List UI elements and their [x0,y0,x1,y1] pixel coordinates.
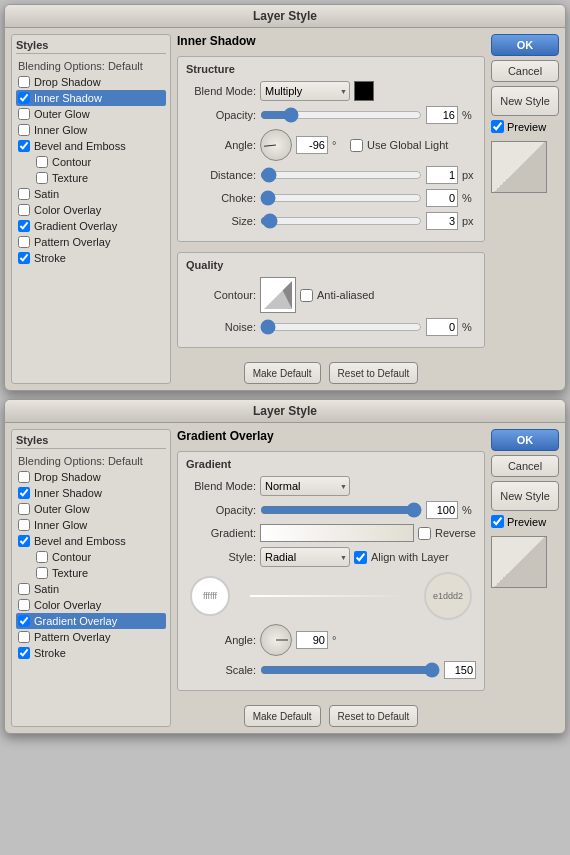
style-checkbox-6[interactable] [36,551,48,563]
reset-to-default-button-1[interactable]: Reset to Default [329,362,419,384]
new-style-button-1[interactable]: New Style [491,86,559,116]
angle-dial-2[interactable] [260,624,292,656]
reverse-checkbox[interactable] [418,527,431,540]
style-checkbox-1[interactable] [18,76,30,88]
ok-button-2[interactable]: OK [491,429,559,451]
opacity-value-input-2[interactable] [426,501,458,519]
style-item-2[interactable]: Inner Shadow [16,485,166,501]
style-checkbox-10[interactable] [18,220,30,232]
style-item-8[interactable]: Satin [16,581,166,597]
style-checkbox-9[interactable] [18,204,30,216]
contour-preview[interactable] [260,277,296,313]
style-checkbox-2[interactable] [18,487,30,499]
style-item-11[interactable]: Pattern Overlay [16,234,166,250]
cancel-button-2[interactable]: Cancel [491,455,559,477]
style-item-3[interactable]: Outer Glow [16,501,166,517]
size-value-input[interactable] [426,212,458,230]
style-checkbox-4[interactable] [18,124,30,136]
style-checkbox-6[interactable] [36,156,48,168]
style-checkbox-3[interactable] [18,108,30,120]
style-item-0[interactable]: Blending Options: Default [16,453,166,469]
style-checkbox-5[interactable] [18,140,30,152]
style-checkbox-1[interactable] [18,471,30,483]
global-light-row: Use Global Light [350,139,448,152]
style-checkbox-9[interactable] [18,599,30,611]
style-label: Style: [186,551,256,563]
blend-mode-select[interactable]: Multiply Normal Screen [260,81,350,101]
style-item-10[interactable]: Gradient Overlay [16,613,166,629]
distance-value-input[interactable] [426,166,458,184]
angle-value-input[interactable] [296,136,328,154]
style-checkbox-12[interactable] [18,647,30,659]
choke-slider[interactable] [260,191,422,205]
distance-slider[interactable] [260,168,422,182]
style-item-9[interactable]: Color Overlay [16,202,166,218]
style-item-7[interactable]: Texture [16,170,166,186]
style-item-7[interactable]: Texture [16,565,166,581]
opacity-slider[interactable] [260,108,422,122]
scale-slider[interactable] [260,663,440,677]
choke-value-input[interactable] [426,189,458,207]
style-checkbox-2[interactable] [18,92,30,104]
anti-aliased-checkbox[interactable] [300,289,313,302]
style-checkbox-3[interactable] [18,503,30,515]
style-checkbox-7[interactable] [36,172,48,184]
style-item-4[interactable]: Inner Glow [16,122,166,138]
style-item-9[interactable]: Color Overlay [16,597,166,613]
style-checkbox-8[interactable] [18,188,30,200]
align-layer-label: Align with Layer [371,551,449,563]
distance-slider-container: px [260,166,476,184]
angle-dial[interactable] [260,129,292,161]
style-checkbox-12[interactable] [18,252,30,264]
style-item-5[interactable]: Bevel and Emboss [16,138,166,154]
style-item-8[interactable]: Satin [16,186,166,202]
cancel-button-1[interactable]: Cancel [491,60,559,82]
size-slider[interactable] [260,214,422,228]
style-item-11[interactable]: Pattern Overlay [16,629,166,645]
blend-color-swatch[interactable] [354,81,374,101]
style-item-6[interactable]: Contour [16,549,166,565]
noise-value-input[interactable] [426,318,458,336]
style-checkbox-5[interactable] [18,535,30,547]
angle-value-input-2[interactable] [296,631,328,649]
scale-value-input[interactable] [444,661,476,679]
style-item-4[interactable]: Inner Glow [16,517,166,533]
style-checkbox-11[interactable] [18,631,30,643]
reset-to-default-button-2[interactable]: Reset to Default [329,705,419,727]
opacity-slider-2[interactable] [260,503,422,517]
global-light-checkbox[interactable] [350,139,363,152]
style-item-10[interactable]: Gradient Overlay [16,218,166,234]
style-checkbox-10[interactable] [18,615,30,627]
make-default-button-1[interactable]: Make Default [244,362,321,384]
style-item-0[interactable]: Blending Options: Default [16,58,166,74]
opacity-value-input[interactable] [426,106,458,124]
style-select[interactable]: Radial Linear Angle Reflected Diamond [260,547,350,567]
style-item-3[interactable]: Outer Glow [16,106,166,122]
style-item-2[interactable]: Inner Shadow [16,90,166,106]
preview-checkbox-1[interactable] [491,120,504,133]
noise-slider[interactable] [260,320,422,334]
size-unit: px [462,215,476,227]
style-item-1[interactable]: Drop Shadow [16,469,166,485]
blend-mode-select-2[interactable]: Normal Multiply [260,476,350,496]
style-item-6[interactable]: Contour [16,154,166,170]
gradient-bar[interactable] [260,524,414,542]
style-item-1[interactable]: Drop Shadow [16,74,166,90]
gradient-right-circle[interactable]: e1ddd2 [424,572,472,620]
new-style-button-2[interactable]: New Style [491,481,559,511]
style-item-5[interactable]: Bevel and Emboss [16,533,166,549]
style-label-4: Inner Glow [34,124,87,136]
preview-checkbox-2[interactable] [491,515,504,528]
style-checkbox-4[interactable] [18,519,30,531]
style-item-12[interactable]: Stroke [16,645,166,661]
preview-label-2: Preview [507,516,546,528]
gradient-row: Gradient: Reverse [186,524,476,542]
make-default-button-2[interactable]: Make Default [244,705,321,727]
style-checkbox-11[interactable] [18,236,30,248]
ok-button-1[interactable]: OK [491,34,559,56]
gradient-left-circle[interactable]: ffffff [190,576,230,616]
style-item-12[interactable]: Stroke [16,250,166,266]
align-layer-checkbox[interactable] [354,551,367,564]
style-checkbox-8[interactable] [18,583,30,595]
style-checkbox-7[interactable] [36,567,48,579]
